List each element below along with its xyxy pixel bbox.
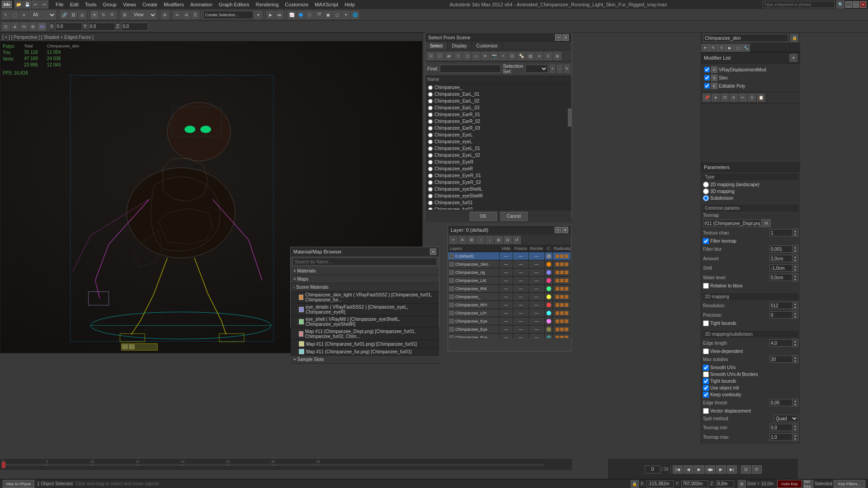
water-spinbox[interactable]: ▲ ▼ (769, 273, 798, 282)
precision-arrows[interactable]: ▲ ▼ (792, 311, 798, 319)
scene-item-radio[interactable] (428, 85, 433, 90)
select-light-icon[interactable]: ☀ (481, 52, 489, 60)
vector-disp-row[interactable]: Vector displacement (703, 408, 798, 414)
percent-snap[interactable]: % (20, 23, 28, 31)
use-obj-mtl-row[interactable]: Use object mtl (703, 385, 798, 391)
layer-color[interactable] (545, 277, 553, 284)
set-key-btn[interactable]: Set Key (803, 480, 813, 488)
smooth-uvs-check[interactable] (703, 365, 709, 371)
select-tool[interactable]: ↖ (2, 11, 10, 19)
materials-section[interactable]: + Materials (291, 267, 439, 275)
scene-item-radio[interactable] (428, 174, 433, 178)
edge-thresh-spinbox[interactable]: ▲ ▼ (769, 399, 798, 407)
tight-bounds2-row[interactable]: Tight bounds (703, 378, 798, 384)
modifier-poly[interactable]: E Editable Poly (703, 82, 798, 90)
reference-coord[interactable]: ⊞ (121, 11, 129, 19)
shift-down[interactable]: ▼ (793, 268, 798, 272)
filter-blur-down[interactable]: ▼ (793, 249, 798, 253)
modifier-skin[interactable]: S Skin (703, 74, 798, 82)
scene-list-item[interactable]: Chimpanzee_fur02 (426, 206, 571, 210)
texture-chan-spinbox[interactable]: ▲ ▼ (769, 229, 798, 237)
remove-selection-set[interactable]: - (557, 65, 562, 73)
select-all-icon[interactable]: ☑ (427, 52, 435, 60)
amount-arrows[interactable]: ▲ ▼ (792, 254, 798, 263)
filter-blur-up[interactable]: ▲ (793, 245, 798, 249)
menu-help[interactable]: Help (342, 1, 358, 8)
scene-materials-section[interactable]: - Scene Materials (291, 283, 439, 291)
precision-spinbox[interactable]: ▲ ▼ (769, 311, 798, 319)
menu-edit[interactable]: Edit (67, 1, 81, 8)
max-subdivs-down[interactable]: ▼ (793, 359, 798, 363)
max-subdivs-arrows[interactable]: ▲ ▼ (792, 355, 798, 363)
edge-thresh-input[interactable] (769, 399, 792, 406)
texmap-min-down[interactable]: ▼ (793, 427, 798, 431)
layer-color[interactable] (545, 333, 553, 338)
texmap-max-spinbox[interactable]: ▲ ▼ (769, 433, 798, 441)
layer-freeze[interactable]: — (513, 301, 529, 309)
named-selection-input[interactable] (203, 11, 253, 19)
type-subdiv-input[interactable] (703, 195, 709, 201)
layer-hide[interactable]: — (500, 293, 513, 300)
tight-bounds-row[interactable]: Tight bounds (703, 320, 798, 326)
layer-hide[interactable]: — (500, 285, 513, 292)
layer-render[interactable]: — (529, 333, 545, 338)
resolution-down[interactable]: ▼ (793, 305, 798, 309)
scene-list-item[interactable]: Chimpanzee_EyeL_01 (426, 145, 571, 152)
edge-thresh-arrows[interactable]: ▲ ▼ (792, 399, 798, 407)
layer-row[interactable]: Chimpanzee_Eye — — — (448, 333, 571, 338)
select-geo-icon[interactable]: ◻ (463, 52, 471, 60)
mat-item[interactable]: Map #11 (Chimpanzee_Displ.png) [Chimpanz… (291, 328, 439, 340)
quick-access-open[interactable]: 📂 (14, 0, 23, 9)
use-obj-mtl-check[interactable] (703, 385, 709, 391)
motion-tab[interactable]: ▶ (726, 44, 734, 52)
scene-item-radio[interactable] (428, 167, 433, 171)
layer-refresh[interactable]: ↺ (513, 236, 521, 244)
coord-dropdown[interactable]: View (130, 10, 157, 19)
scene-item-radio[interactable] (428, 126, 433, 131)
modify-tab[interactable]: ✎ (709, 44, 717, 52)
shift-up[interactable]: ▲ (793, 264, 798, 268)
filter-blur-arrows[interactable]: ▲ ▼ (792, 245, 798, 253)
angle-snap[interactable]: ∡ (11, 23, 19, 31)
resolution-input[interactable] (769, 302, 792, 309)
render-setup[interactable]: 🎬 (315, 11, 323, 19)
layer-row[interactable]: Chimpanzee_rig — — — (448, 268, 571, 277)
timeline[interactable]: 0 5 10 15 20 25 30 35 (0, 459, 572, 470)
edge-length-spinbox[interactable]: ▲ ▼ (769, 339, 798, 347)
layer-freeze[interactable]: — (513, 277, 529, 284)
layer-render[interactable]: — (529, 268, 545, 276)
tab-customize[interactable]: Customize (472, 42, 503, 50)
scene-item-radio[interactable] (428, 119, 433, 124)
layer-freeze[interactable]: — (513, 285, 529, 292)
select-clear-btn[interactable]: C (544, 52, 552, 60)
active-shade[interactable]: ☀ (342, 11, 350, 19)
key-filters-btn[interactable]: Key Filters... (834, 480, 865, 488)
menu-customize[interactable]: Customize (282, 1, 311, 8)
layer-hide[interactable]: — (500, 317, 513, 325)
texmap-min-spinbox[interactable]: ▲ ▼ (769, 423, 798, 432)
scene-list-item[interactable]: Chimpanzee_EarR_01 (426, 111, 571, 118)
layer-settings-btn[interactable]: ⚙ (467, 236, 476, 244)
view-dep-check[interactable] (703, 348, 709, 354)
layer-hide[interactable]: — (500, 277, 513, 284)
scene-list-item[interactable]: Chimpanzee_eyeShellR (426, 192, 571, 199)
delete-layer-btn[interactable]: ✕ (458, 236, 467, 244)
menu-create[interactable]: Create (140, 1, 160, 8)
utilities-tab[interactable]: 🔧 (742, 44, 750, 52)
filter-texmap-row[interactable]: Filter texmap (703, 238, 798, 244)
mat-item[interactable]: Map #11 (Chimpanzee_fur01.png) [Chimpanz… (291, 340, 439, 348)
object-name-input[interactable] (703, 34, 788, 42)
frame-input[interactable] (645, 465, 660, 474)
layer-row[interactable]: Chimpanzee_RPI — — — (448, 301, 571, 309)
precision-down[interactable]: ▼ (793, 315, 798, 319)
render-frame[interactable]: ◻ (333, 11, 341, 19)
relative-bbox-row[interactable]: Relative to bbox (703, 283, 798, 289)
scene-item-radio[interactable] (428, 201, 433, 205)
texmap-min-arrows[interactable]: ▲ ▼ (792, 423, 798, 432)
select-region[interactable]: ⬚ (11, 11, 19, 19)
scene-list-item[interactable]: Chimpanzee_EyeR_01 (426, 172, 571, 179)
layer-move-up[interactable]: ↑ (476, 236, 485, 244)
layer-render[interactable]: — (529, 325, 545, 333)
hierarchy-tab[interactable]: ⇑ (717, 44, 726, 52)
menu-graph-editors[interactable]: Graph Editors (216, 1, 252, 8)
